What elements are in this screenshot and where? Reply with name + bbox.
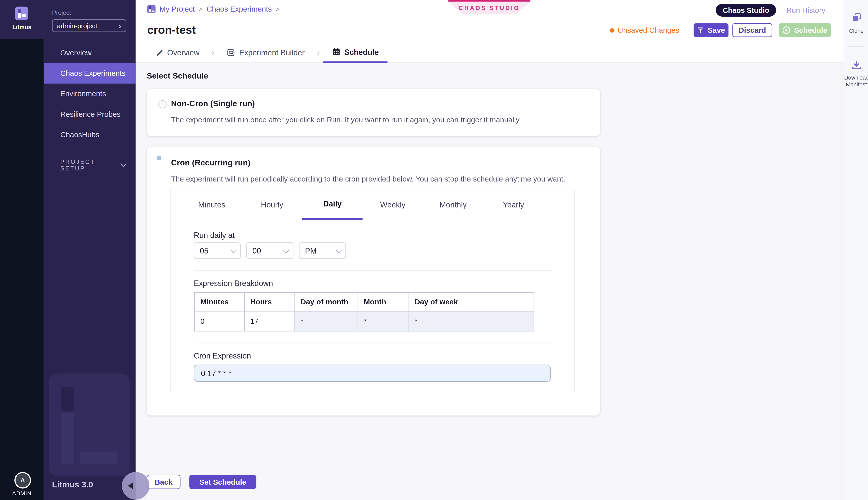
avatar[interactable]: A: [14, 472, 31, 489]
tab-experiment-builder[interactable]: Experiment Builder: [218, 42, 314, 63]
tab-separator: ›: [314, 42, 324, 63]
clone-icon: [851, 12, 862, 23]
breadcrumb-separator: >: [199, 5, 203, 13]
nav-divider: [60, 148, 119, 148]
expression-breakdown-table: Minutes Hours Day of month Month Day of …: [194, 292, 534, 331]
cron-description: The experiment will run periodically acc…: [171, 175, 565, 183]
tab-schedule[interactable]: Schedule: [323, 42, 387, 63]
header-actions: Unsaved Changes Save Discard Schedule: [610, 23, 831, 37]
tab-separator: ›: [208, 42, 218, 63]
clone-button[interactable]: Clone: [844, 12, 868, 34]
divider: [194, 344, 552, 344]
breadcrumb-separator: >: [275, 5, 280, 13]
breakdown-label: Expression Breakdown: [194, 279, 273, 288]
run-history-link[interactable]: Run History: [786, 6, 825, 14]
breadcrumb-my-project[interactable]: My Project: [159, 5, 195, 13]
cron-option-card[interactable]: Cron (Recurring run) The experiment will…: [147, 147, 600, 416]
calendar-icon: [332, 48, 340, 56]
non-cron-description: The experiment will run once after you c…: [171, 116, 521, 124]
cron-expression-label: Cron Expression: [194, 351, 251, 360]
avatar-label: ADMIN: [0, 490, 44, 496]
breadcrumb: My Project > Chaos Experiments >: [147, 5, 280, 13]
cron-tab-hourly[interactable]: Hourly: [242, 189, 302, 220]
minute-select[interactable]: 00: [246, 242, 293, 259]
col-minutes: Minutes: [194, 292, 244, 311]
cron-tab-daily[interactable]: Daily: [302, 189, 363, 220]
download-manifest-button[interactable]: Download Manifest: [844, 60, 868, 87]
project-setup-toggle[interactable]: PROJECT SETUP: [60, 158, 126, 172]
play-circle-icon: [782, 26, 791, 34]
breadcrumb-chaos-experiments[interactable]: Chaos Experiments: [206, 5, 272, 13]
sidebar-item-environments[interactable]: Environments: [44, 83, 136, 104]
toolbar-divider: [847, 47, 865, 47]
chevron-down-icon: [283, 247, 290, 253]
project-label: Project: [52, 9, 71, 16]
top-bar: CHAOS STUDIO My Project > Chaos Experime…: [136, 0, 844, 63]
select-schedule-heading: Select Schedule: [147, 71, 208, 80]
unsaved-changes-status: Unsaved Changes: [610, 26, 679, 34]
set-schedule-button[interactable]: Set Schedule: [189, 475, 257, 489]
builder-icon: [227, 48, 235, 57]
non-cron-radio[interactable]: [158, 100, 167, 109]
rail-logo-section: Litmus: [0, 0, 44, 39]
divider: [194, 270, 552, 270]
back-button[interactable]: Back: [147, 475, 180, 489]
run-daily-label: Run daily at: [194, 231, 235, 239]
schedule-button-disabled[interactable]: Schedule: [779, 23, 831, 37]
version-label: Litmus 3.0: [52, 480, 93, 489]
litmus-watermark: [49, 373, 130, 476]
collapse-arrow-icon: [128, 482, 133, 489]
table-header-row: Minutes Hours Day of month Month Day of …: [194, 292, 534, 311]
cell-day-of-week: *: [409, 311, 534, 331]
discard-button[interactable]: Discard: [732, 23, 772, 37]
chaos-studio-ribbon-bar: [448, 0, 530, 2]
sidebar-item-chaos-experiments[interactable]: Chaos Experiments: [44, 63, 136, 83]
hour-select[interactable]: 05: [194, 242, 241, 259]
cron-frequency-tabs: Minutes Hourly Daily Weekly Monthly Year…: [182, 189, 543, 220]
cron-tab-minutes[interactable]: Minutes: [182, 189, 242, 220]
app-root: Litmus A ADMIN Project admin-project › O…: [0, 0, 868, 500]
left-rail: Litmus A ADMIN: [0, 0, 44, 500]
project-selector[interactable]: admin-project ›: [52, 19, 126, 32]
pencil-icon: [156, 49, 164, 56]
col-hours: Hours: [244, 292, 295, 311]
tab-overview[interactable]: Overview: [147, 42, 208, 63]
chaos-studio-ribbon: CHAOS STUDIO: [448, 2, 530, 14]
col-day-of-month: Day of month: [295, 292, 358, 311]
litmus-logo-icon[interactable]: [15, 7, 28, 20]
cell-month: *: [358, 311, 409, 331]
table-row: 0 17 * * *: [194, 311, 534, 331]
cron-tab-monthly[interactable]: Monthly: [423, 189, 483, 220]
sidebar-item-chaoshubs[interactable]: ChaosHubs: [44, 124, 136, 145]
col-day-of-week: Day of week: [409, 292, 534, 311]
unsaved-dot-icon: [610, 28, 615, 33]
chevron-down-icon: [230, 247, 237, 253]
nav-items: Overview Chaos Experiments Environments …: [44, 43, 136, 145]
breadcrumb-logo-icon: [147, 5, 156, 13]
page-title: cron-test: [147, 23, 196, 36]
non-cron-title: Non-Cron (Single run): [171, 99, 255, 108]
chevron-right-icon: ›: [119, 22, 121, 30]
non-cron-option-card[interactable]: Non-Cron (Single run) The experiment wil…: [147, 89, 600, 136]
cron-tab-yearly[interactable]: Yearly: [483, 189, 544, 220]
cron-title: Cron (Recurring run): [171, 158, 250, 167]
cell-minutes: 0: [194, 311, 244, 331]
save-button[interactable]: Save: [694, 23, 729, 37]
cell-hours: 17: [244, 311, 295, 331]
sidebar-item-resilience-probes[interactable]: Resilience Probes: [44, 104, 136, 124]
logo-label: Litmus: [0, 24, 44, 31]
workflow-tabs: Overview › Experiment Builder ›: [147, 42, 388, 63]
cron-expression-input[interactable]: [194, 365, 551, 382]
meridiem-select[interactable]: PM: [299, 242, 346, 259]
time-selects: 05 00 PM: [194, 242, 346, 259]
sidebar: Project admin-project › Overview Chaos E…: [44, 0, 136, 500]
sidebar-collapse-button[interactable]: [122, 472, 149, 500]
right-toolbar: Clone Download Manifest: [844, 0, 868, 500]
sidebar-item-overview[interactable]: Overview: [44, 43, 136, 63]
col-month: Month: [358, 292, 409, 311]
view-switcher: Chaos Studio Run History: [715, 4, 825, 16]
download-icon: [851, 60, 862, 70]
chaos-studio-pill[interactable]: Chaos Studio: [715, 4, 776, 16]
cron-tab-weekly[interactable]: Weekly: [362, 189, 423, 220]
chevron-down-icon: [121, 161, 127, 167]
